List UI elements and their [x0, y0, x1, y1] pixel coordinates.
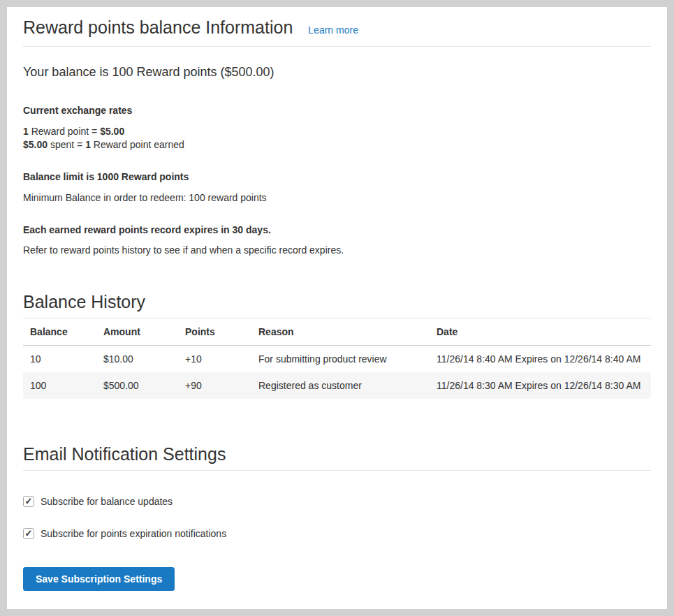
subscribe-expiration-notifications-checkbox[interactable]: [23, 528, 34, 539]
exchange-rate-line-1: 1 Reward point = $5.00: [23, 125, 651, 138]
cell-points: +90: [178, 372, 251, 399]
expiration-title: Each earned reward points record expires…: [23, 224, 651, 236]
cell-reason: Registered as customer: [251, 372, 430, 399]
cell-date: 11/26/14 8:40 AM Expires on 12/26/14 8:4…: [430, 346, 651, 373]
column-header-points: Points: [178, 318, 251, 346]
table-header-row: Balance Amount Points Reason Date: [23, 318, 651, 346]
balance-limit-text: Balance limit is 1000 Reward points: [23, 171, 651, 183]
balance-history-table: Balance Amount Points Reason Date 10 $10…: [23, 318, 651, 399]
content-card: Reward points balance Information Learn …: [7, 7, 667, 609]
cell-reason: For submitting product review: [251, 346, 430, 373]
balance-summary: Your balance is 100 Reward points ($500.…: [23, 64, 651, 80]
subscribe-balance-updates-row[interactable]: Subscribe for balance updates: [23, 496, 651, 507]
exchange-rates-block: 1 Reward point = $5.00 $5.00 spent = 1 R…: [23, 125, 651, 152]
balance-history-heading: Balance History: [23, 291, 651, 312]
rate2-text2: Reward point earned: [91, 139, 184, 150]
cell-amount: $500.00: [96, 372, 178, 399]
exchange-rate-line-2: $5.00 spent = 1 Reward point earned: [23, 138, 651, 152]
table-row: 10 $10.00 +10 For submitting product rev…: [23, 346, 651, 373]
rate2-value: $5.00: [23, 139, 47, 150]
cell-balance: 100: [23, 372, 96, 399]
minimum-balance-text: Minimum Balance in order to redeem: 100 …: [23, 192, 651, 204]
rate2-text1: spent =: [47, 139, 85, 150]
rate1-value: $5.00: [100, 126, 124, 137]
save-subscription-settings-button[interactable]: Save Subscription Settings: [23, 567, 175, 591]
column-header-reason: Reason: [251, 318, 430, 346]
rate2-points: 1: [85, 139, 91, 150]
column-header-date: Date: [430, 318, 651, 346]
email-notification-divider: [23, 470, 651, 471]
header-divider: [23, 46, 651, 47]
subscribe-expiration-notifications-row[interactable]: Subscribe for points expiration notifica…: [23, 528, 651, 539]
subscribe-expiration-notifications-label: Subscribe for points expiration notifica…: [41, 528, 226, 539]
learn-more-link[interactable]: Learn more: [308, 24, 358, 36]
subscribe-balance-updates-checkbox[interactable]: [23, 496, 34, 507]
rate1-points: 1: [23, 126, 29, 137]
subscribe-balance-updates-label: Subscribe for balance updates: [41, 496, 173, 507]
table-row: 100 $500.00 +90 Registered as customer 1…: [23, 372, 651, 399]
page-title: Reward points balance Information: [23, 17, 293, 38]
column-header-amount: Amount: [96, 318, 178, 346]
page-background: Reward points balance Information Learn …: [0, 0, 674, 616]
cell-balance: 10: [23, 346, 96, 373]
cell-date: 11/26/14 8:30 AM Expires on 12/26/14 8:3…: [430, 372, 651, 399]
column-header-balance: Balance: [23, 318, 96, 346]
email-notification-heading: Email Notification Settings: [23, 443, 651, 464]
cell-amount: $10.00: [96, 346, 178, 373]
page-header: Reward points balance Information Learn …: [23, 17, 651, 38]
cell-points: +10: [178, 346, 251, 373]
exchange-rates-heading: Current exchange rates: [23, 105, 651, 117]
rate1-text: Reward point =: [29, 126, 100, 137]
expiration-note: Refer to reward points history to see if…: [23, 244, 651, 256]
